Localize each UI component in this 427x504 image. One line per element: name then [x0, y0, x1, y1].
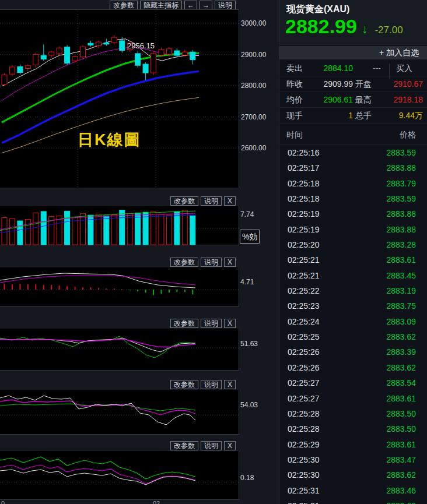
close-panel-button[interactable]: X: [224, 258, 236, 267]
rsi-panel-toolbar: 改参数 说明 X: [0, 380, 236, 389]
change-params-button[interactable]: 改参数: [170, 441, 198, 450]
indicator5-value-label: 0.18: [240, 474, 278, 482]
tape-price: 2883.39: [358, 347, 416, 357]
prev-close-label: 昨收: [286, 79, 303, 90]
avg-price-value: 2906.61: [306, 95, 353, 104]
tape-price: 2883.59: [358, 194, 416, 203]
high-value: 2918.18: [375, 95, 423, 104]
price-axis-label: 2900.00: [241, 51, 277, 59]
close-panel-button[interactable]: X: [224, 196, 236, 206]
sell-buy-row: 卖出 2884.10 --- 买入: [279, 61, 427, 76]
change-params-button[interactable]: 改参数: [170, 196, 198, 206]
change-params-button[interactable]: 改参数: [110, 1, 138, 10]
tape-row: 02:25:212883.45: [279, 268, 427, 283]
help-button[interactable]: 说明: [201, 319, 222, 328]
tape-time: 02:25:29: [288, 440, 320, 449]
tape-time: 02:25:21: [288, 271, 320, 280]
help-button[interactable]: 说明: [215, 1, 236, 10]
tape-time: 02:25:31: [288, 486, 320, 495]
tape-price: 2883.45: [358, 271, 416, 280]
chart-title-watermark: 日K線圖: [78, 129, 141, 150]
tape-time: 02:25:28: [288, 409, 320, 418]
peak-price-label: 2956.15: [127, 41, 155, 50]
help-button[interactable]: 说明: [201, 380, 222, 389]
sell-label: 卖出: [286, 64, 303, 74]
tape-row: 02:25:252883.62: [279, 329, 427, 344]
tape-time: 02:25:24: [288, 317, 320, 326]
tape-price: 2883.46: [358, 486, 416, 495]
tape-row: 02:25:272883.54: [279, 375, 427, 390]
high-label: 最高: [355, 95, 372, 105]
prev-close-value: 2909.99: [306, 79, 353, 89]
help-button[interactable]: 说明: [201, 441, 222, 450]
charts-column: 改参数 隐藏主指标 ← → 说明 3000.002900.002800.0027…: [0, 0, 279, 504]
tape-header: 时间 价格: [279, 124, 427, 145]
tape-row: 02:25:282883.50: [279, 406, 427, 421]
tape-price: 2883.88: [358, 163, 416, 172]
tape-time: 02:25:17: [288, 163, 320, 172]
tape-time: 02:25:16: [288, 148, 320, 157]
change-params-button[interactable]: 改参数: [170, 380, 198, 389]
next-arrow-button[interactable]: →: [200, 1, 212, 10]
tape-price: 2883.28: [358, 240, 416, 249]
x-axis-label: 0: [1, 500, 5, 504]
tape-time: 02:25:25: [288, 332, 320, 341]
price-axis-label: 2600.00: [241, 144, 277, 152]
close-panel-button[interactable]: X: [224, 380, 236, 389]
indicator5-panel-toolbar: 改参数 说明 X: [0, 441, 236, 450]
quote-rows: 卖出 2884.10 --- 买入 昨收 2909.99 开盘 2910.67 …: [279, 61, 427, 124]
avg-price-label: 均价: [286, 95, 303, 105]
price-axis-label: 2800.00: [241, 82, 277, 90]
tape-row: 02:25:282883.50: [279, 421, 427, 436]
tape-time: 02:25:22: [288, 286, 320, 295]
tape-price: 2883.61: [358, 255, 416, 265]
price-change: -27.00: [374, 24, 402, 36]
tape-time: 02:25:18: [288, 194, 320, 203]
change-params-button[interactable]: 改参数: [170, 319, 198, 328]
tape-time: 02:25:23: [288, 301, 320, 311]
percent-toggle-button[interactable]: %効: [240, 230, 260, 244]
tape-row: 02:25:242883.09: [279, 314, 427, 329]
tape-price: 2883.61: [358, 394, 416, 403]
daily-kline-chart[interactable]: [0, 9, 239, 188]
tape-row: 02:25:272883.61: [279, 391, 427, 406]
open-label: 开盘: [355, 79, 372, 90]
tape-row: 02:25:172883.88: [279, 160, 427, 175]
total-volume-value: 9.44万: [375, 111, 423, 121]
tape-price: 2883.88: [358, 225, 416, 234]
volume-chart[interactable]: [0, 206, 239, 245]
tape-price: 2883.19: [358, 286, 416, 295]
help-button[interactable]: 说明: [201, 258, 222, 267]
tape-row: 02:25:262883.62: [279, 360, 427, 375]
hide-main-indicator-button[interactable]: 隐藏主指标: [140, 1, 182, 10]
price-axis-label: 2700.00: [241, 113, 277, 121]
macd-chart[interactable]: [0, 267, 239, 306]
prev-arrow-button[interactable]: ←: [184, 1, 197, 10]
add-watchlist-button[interactable]: + 加入自选: [279, 46, 427, 59]
change-params-button[interactable]: 改参数: [170, 258, 198, 267]
tape-price: 2883.88: [358, 209, 416, 218]
tape-row: 02:25:212883.61: [279, 252, 427, 267]
tape-time: 02:25:26: [288, 347, 320, 357]
macd-panel-toolbar: 改参数 说明 X: [0, 258, 236, 267]
instrument-title: 现货黄金(XAU): [286, 3, 349, 16]
sell-value: 2884.10: [306, 64, 353, 73]
tick-tape-list[interactable]: 02:25:162883.5902:25:172883.8802:25:1828…: [279, 145, 427, 504]
tape-price: 2883.47: [358, 455, 416, 464]
close-panel-button[interactable]: X: [224, 441, 236, 450]
tape-row: 02:25:192883.88: [279, 206, 427, 221]
current-volume-label: 现手: [286, 111, 303, 121]
last-price: 2882.99: [285, 15, 357, 38]
indicator5-chart[interactable]: [0, 451, 239, 500]
close-panel-button[interactable]: X: [224, 319, 236, 328]
time-column-header: 时间: [286, 130, 303, 140]
x-axis-label: 02: [153, 500, 160, 504]
tape-price: 2883.75: [358, 301, 416, 311]
tape-time: 02:25:20: [288, 240, 320, 249]
help-button[interactable]: 说明: [201, 196, 222, 206]
volume-value-label: 7.74: [240, 210, 278, 218]
buy-label: 买入: [396, 64, 412, 74]
rsi-chart[interactable]: [0, 390, 239, 435]
tape-time: 02:25:30: [288, 455, 320, 464]
kdj-chart[interactable]: [0, 329, 239, 371]
